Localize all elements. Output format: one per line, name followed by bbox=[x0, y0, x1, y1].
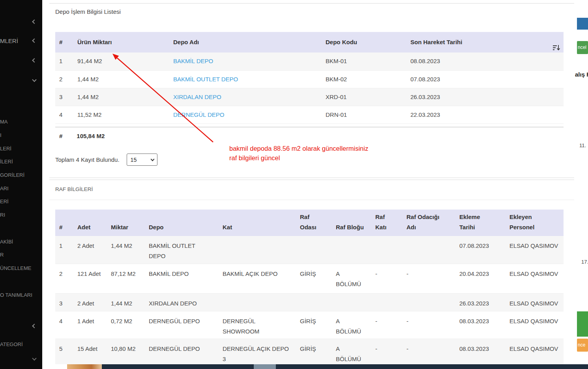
table-cell: - bbox=[403, 264, 455, 293]
col-header-adet: Adet bbox=[73, 210, 107, 236]
col-header-urun-miktari: Ürün Miktarı bbox=[73, 32, 169, 52]
sidebar-subitem[interactable]: O TANIMLARI bbox=[0, 292, 32, 300]
table-cell bbox=[549, 52, 564, 70]
table-cell bbox=[371, 293, 403, 311]
table-cell: 4 bbox=[55, 106, 73, 124]
table-cell: A BÖLÜMÜ bbox=[332, 264, 371, 293]
sidebar-subitem[interactable]: ÜNCELLEME bbox=[0, 265, 31, 273]
sidebar-subitem[interactable]: İLERİ bbox=[0, 159, 13, 167]
col-header-depo-kodu: Depo Kodu bbox=[322, 32, 406, 52]
record-count-text: Toplam 4 Kayıt Bulundu. bbox=[55, 156, 120, 163]
depo-link[interactable]: BAKMİL DEPO bbox=[173, 58, 213, 64]
table-cell: 2 Adet bbox=[73, 236, 107, 264]
sidebar-subitem[interactable]: ATEGORİ bbox=[0, 341, 23, 349]
sidebar-subitem[interactable]: RI bbox=[0, 212, 5, 220]
table-cell: 5 bbox=[55, 339, 73, 364]
sidebar-item[interactable]: MLERİ bbox=[0, 34, 42, 47]
table-cell: DERNEGÜL DEPO bbox=[145, 339, 219, 364]
col-header-miktar: Miktar bbox=[107, 210, 145, 236]
table-cell bbox=[549, 88, 564, 106]
table-cell: ELSAD QASIMOV bbox=[506, 311, 564, 339]
sidebar-subitem[interactable]: I bbox=[0, 132, 2, 140]
page-size-select-wrap: 15 bbox=[127, 154, 157, 166]
table-cell: 121 Adet bbox=[73, 264, 107, 293]
footer-num: # bbox=[59, 133, 62, 139]
table-cell: GİRİŞ bbox=[296, 311, 332, 339]
sidebar-subitem[interactable]: ERİ bbox=[0, 199, 9, 206]
background-update-button[interactable]: ncel bbox=[577, 41, 588, 54]
sidebar-item-expanded[interactable] bbox=[0, 73, 42, 86]
product-thumbnail-image bbox=[67, 364, 102, 369]
chevron-left-icon bbox=[32, 58, 36, 62]
page-size-select[interactable]: 15 bbox=[127, 154, 157, 166]
table-cell: - bbox=[403, 311, 455, 339]
sidebar-subitem[interactable]: ARI bbox=[0, 185, 9, 193]
depo-table: # Ürün Miktarı Depo Adı Depo Kodu Son Ha… bbox=[55, 32, 564, 124]
chevron-left-icon bbox=[32, 324, 36, 328]
table-row: 4 1 Adet 0,72 M2 DERNEGÜL DEPO DERNEGÜL … bbox=[55, 311, 564, 339]
background-orange-button[interactable]: nce bbox=[577, 339, 588, 352]
depo-table-footer: # 105,84 M2 bbox=[55, 127, 564, 144]
sidebar-subitem[interactable]: R bbox=[0, 252, 4, 260]
table-cell: DERNEGÜL SHOWROOM bbox=[219, 311, 296, 339]
table-cell: BAKMİL DEPO bbox=[169, 52, 322, 70]
background-scrollbar-thumb[interactable] bbox=[254, 364, 276, 369]
table-cell: BAKMİL OUTLET DEPO bbox=[169, 70, 322, 88]
sidebar-item-label: MLERİ bbox=[0, 37, 18, 44]
table-row: 1 91,44 M2 BAKMİL DEPO BKM-01 08.08.2023 bbox=[55, 52, 564, 70]
table-cell: 20.04.2023 bbox=[455, 264, 506, 293]
table-cell: 3 bbox=[55, 293, 73, 311]
chevron-down-icon bbox=[32, 77, 36, 82]
col-header-raf-odasi: Raf Odası bbox=[296, 210, 332, 236]
table-row: 3 1,44 M2 XIRDALAN DEPO XRD-01 26.03.202… bbox=[55, 88, 564, 106]
chevron-left-icon bbox=[32, 19, 36, 24]
table-row: 4 11,52 M2 DERNEGÜL DEPO DRN-01 22.03.20… bbox=[55, 106, 564, 124]
col-header-kat: Kat bbox=[219, 210, 296, 236]
table-cell: 1,44 M2 bbox=[107, 236, 145, 264]
table-cell: - bbox=[371, 264, 403, 293]
table-cell: 1,44 M2 bbox=[73, 70, 169, 88]
col-header-raf-odacigi-adi: Raf Odacığı Adı bbox=[403, 210, 455, 236]
depo-link[interactable]: DERNEGÜL DEPO bbox=[173, 111, 224, 118]
depo-table-header-row: # Ürün Miktarı Depo Adı Depo Kodu Son Ha… bbox=[55, 32, 564, 52]
table-cell: 4 bbox=[55, 311, 73, 339]
sidebar-subitem[interactable]: GORİLERİ bbox=[0, 172, 24, 180]
sidebar-subitem[interactable]: AKİBİ bbox=[0, 239, 13, 247]
table-cell: ELSAD QASIMOV bbox=[506, 293, 564, 311]
table-cell: 10,80 M2 bbox=[107, 339, 145, 364]
table-cell: 2 bbox=[55, 264, 73, 293]
col-header-ekleyen-personel: Ekleyen Personel bbox=[506, 210, 564, 236]
col-header-depo: Depo bbox=[145, 210, 219, 236]
depo-link[interactable]: XIRDALAN DEPO bbox=[173, 94, 221, 100]
annotation-line-1: bakmil depoda 88.56 m2 olarak güncellerm… bbox=[229, 144, 368, 153]
table-cell bbox=[332, 293, 371, 311]
col-header-ekleme-tarihi: Ekleme Tarihi bbox=[455, 210, 506, 236]
sidebar-item[interactable] bbox=[0, 54, 42, 67]
table-cell: BKM-02 bbox=[322, 70, 406, 88]
table-cell: 08.03.2023 bbox=[455, 311, 506, 339]
sidebar-subitem[interactable]: MA bbox=[0, 119, 8, 127]
sidebar-item[interactable] bbox=[0, 15, 42, 28]
sort-icon[interactable] bbox=[552, 45, 560, 51]
table-cell: A BÖLÜMÜ bbox=[332, 339, 371, 364]
table-cell: XRD-01 bbox=[322, 88, 406, 106]
table-cell: DERNEGÜL DEPO bbox=[169, 106, 322, 124]
background-dark-bar bbox=[102, 364, 588, 369]
table-cell: 0,72 M2 bbox=[107, 311, 145, 339]
table-cell: BAKMİL OUTLET DEPO bbox=[145, 236, 219, 264]
table-cell bbox=[549, 106, 564, 124]
background-green-cell bbox=[577, 311, 588, 337]
col-header-raf-kati: Raf Katı bbox=[371, 210, 403, 236]
table-row: 2 1,44 M2 BAKMİL OUTLET DEPO BKM-02 07.0… bbox=[55, 70, 564, 88]
sidebar-subitem[interactable]: LERİ bbox=[0, 146, 11, 154]
depo-link[interactable]: BAKMİL OUTLET DEPO bbox=[173, 76, 238, 82]
table-cell bbox=[549, 70, 564, 88]
sidebar-item[interactable] bbox=[0, 320, 42, 332]
col-header-raf-blogu: Raf Bloğu bbox=[332, 210, 371, 236]
table-cell: 15 Adet bbox=[73, 339, 107, 364]
sidebar-item[interactable] bbox=[0, 352, 42, 365]
raf-card-title: RAF BİLGİLERİ bbox=[55, 186, 93, 192]
table-row: 5 15 Adet 10,80 M2 DERNEGÜL DEPO DERNEGÜ… bbox=[55, 339, 564, 364]
table-cell: 07.08.2023 bbox=[455, 236, 506, 264]
table-cell: ELSAD QASIMOV bbox=[506, 264, 564, 293]
